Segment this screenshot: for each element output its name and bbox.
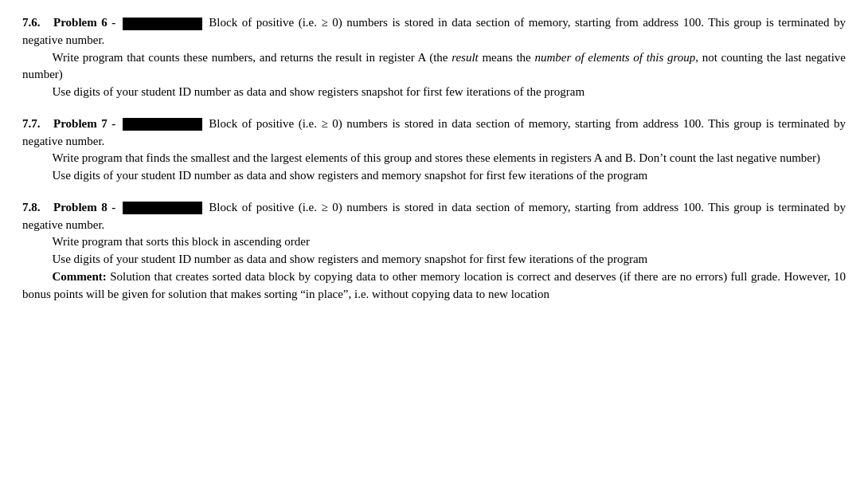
problem-8-block: 7.8. Problem 8 - Block of positive (i.e.…: [22, 199, 846, 304]
problem-8-label: Problem 8 -: [53, 201, 115, 214]
problem-6-redacted: [123, 18, 202, 30]
problem-6-line2: Write program that counts these numbers,…: [22, 49, 846, 84]
problem-7-label: Problem 7 -: [53, 117, 115, 130]
problem-8-comment: Comment: Solution that creates sorted da…: [22, 268, 846, 304]
problem-6-block: 7.6. Problem 6 - Block of positive (i.e.…: [22, 14, 846, 101]
problem-7-line2: Write program that finds the smallest an…: [22, 150, 846, 167]
problem-8-number: 7.8.: [22, 201, 41, 214]
problem-8-line2: Write program that sorts this block in a…: [22, 233, 846, 251]
problem-7-line3: Use digits of your student ID number as …: [22, 167, 846, 185]
document-body: 7.6. Problem 6 - Block of positive (i.e.…: [22, 14, 846, 303]
problem-7-redacted: [123, 118, 202, 131]
problem-8-redacted: [123, 202, 202, 214]
problem-7-heading-line: 7.7. Problem 7 - Block of positive (i.e.…: [22, 116, 846, 151]
problem-6-heading-line: 7.6. Problem 6 - Block of positive (i.e.…: [22, 14, 846, 49]
problem-6-number: 7.6.: [22, 16, 41, 29]
problem-6-label: Problem 6 -: [53, 16, 115, 29]
problem-7-block: 7.7. Problem 7 - Block of positive (i.e.…: [22, 116, 846, 185]
problem-8-heading-line: 7.8. Problem 8 - Block of positive (i.e.…: [22, 199, 846, 234]
problem-7-number: 7.7.: [22, 117, 41, 130]
problem-8-line3: Use digits of your student ID number as …: [22, 251, 846, 268]
problem-6-line3: Use digits of your student ID number as …: [22, 84, 846, 101]
